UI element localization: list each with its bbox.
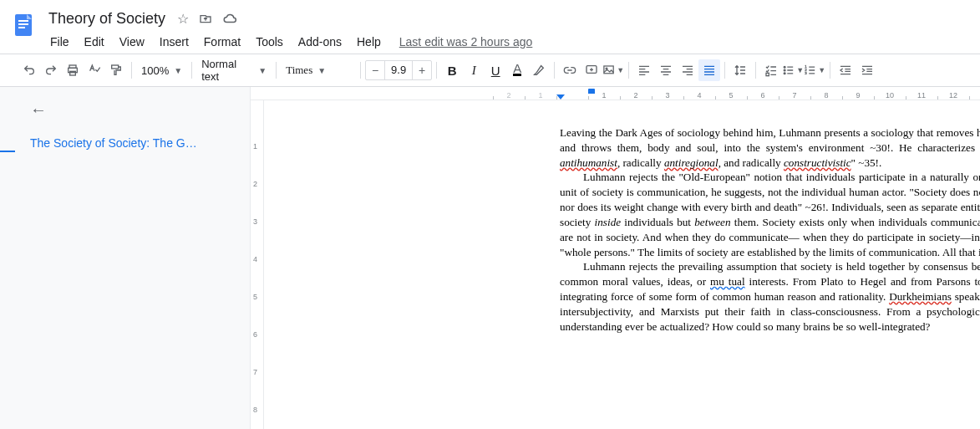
vruler-tick: 1 (253, 142, 257, 151)
svg-point-13 (784, 69, 785, 71)
align-center-button[interactable] (655, 59, 677, 81)
ruler-tick: 13 (969, 91, 980, 100)
vruler-tick: 6 (253, 330, 257, 339)
spell-error[interactable]: antihumanist (560, 156, 617, 169)
docs-logo[interactable] (7, 8, 40, 42)
title-area: Theory of Society ☆ File Edit View Inser… (43, 7, 973, 52)
ruler-tick: 7 (779, 91, 810, 100)
outline-item-1[interactable]: The Society of Society: The G… (23, 136, 236, 150)
svg-rect-2 (18, 23, 28, 25)
undo-button[interactable] (18, 59, 40, 81)
italic-text: inside (595, 216, 622, 228)
body-text: , radically (617, 156, 664, 169)
svg-point-14 (784, 73, 785, 74)
highlight-button[interactable] (528, 59, 550, 81)
body-text: " ~35!. (851, 156, 882, 169)
ruler-tick: 12 (937, 91, 969, 100)
line-spacing-button[interactable] (729, 59, 751, 81)
vruler-tick: 4 (253, 255, 257, 263)
zoom-select[interactable]: 100%▼ (136, 59, 187, 81)
svg-text:3: 3 (805, 71, 807, 75)
ruler-tick: 3 (652, 91, 683, 100)
svg-rect-11 (766, 73, 769, 75)
body-text: , and radically (718, 156, 784, 169)
ruler-tick: 11 (906, 91, 937, 100)
svg-point-12 (784, 66, 785, 68)
font-size-decrease[interactable]: − (366, 64, 384, 77)
menu-insert[interactable]: Insert (153, 33, 195, 50)
menu-addons[interactable]: Add-ons (292, 33, 348, 50)
align-right-button[interactable] (677, 59, 698, 81)
spell-error[interactable]: Durkheimians (889, 290, 952, 303)
underline-button[interactable]: U (485, 59, 506, 81)
indent-marker-first-line[interactable] (588, 89, 595, 94)
align-left-button[interactable] (633, 59, 655, 81)
horizontal-ruler[interactable]: 2 1 1 2 3 4 5 6 7 8 9 10 11 12 13 (251, 87, 980, 100)
ruler-tick: 9 (842, 91, 874, 100)
menu-bar: File Edit View Insert Format Tools Add-o… (43, 32, 973, 52)
cloud-icon[interactable] (222, 11, 237, 26)
move-icon[interactable] (199, 12, 212, 25)
page[interactable]: Leaving the Dark Ages of sociology behin… (493, 100, 980, 342)
star-icon[interactable]: ☆ (177, 11, 189, 27)
spell-error[interactable]: constructivistic (784, 156, 851, 169)
bold-button[interactable]: B (441, 59, 463, 81)
redo-button[interactable] (40, 59, 62, 81)
menu-help[interactable]: Help (350, 33, 388, 50)
spell-error[interactable]: antiregional (664, 156, 718, 169)
indent-increase-button[interactable] (856, 59, 878, 81)
font-size-increase[interactable]: + (413, 64, 431, 77)
vruler-tick: 5 (253, 293, 257, 301)
vruler-tick: 7 (253, 368, 257, 376)
menu-edit[interactable]: Edit (78, 33, 111, 50)
menu-file[interactable]: File (43, 33, 76, 50)
text-color-button[interactable]: A (506, 59, 528, 81)
indent-decrease-button[interactable] (835, 59, 856, 81)
vruler-tick: 2 (253, 180, 257, 188)
style-select[interactable]: Normal text▼ (196, 59, 272, 81)
ruler-tick: 1 (525, 91, 556, 100)
bullet-list-button[interactable]: ▼ (782, 59, 804, 81)
menu-format[interactable]: Format (197, 33, 247, 50)
document-area: 2 1 1 2 3 4 5 6 7 8 9 10 11 12 13 1 (251, 87, 980, 429)
ruler-tick: 8 (810, 91, 842, 100)
align-justify-button[interactable] (698, 59, 720, 81)
image-button[interactable]: ▼ (602, 59, 624, 81)
vruler-tick: 8 (253, 406, 257, 414)
toolbar: 100%▼ Normal text▼ Times▼ − 9.9 + B I U … (0, 54, 980, 87)
checklist-button[interactable] (760, 59, 782, 81)
print-button[interactable] (62, 59, 84, 81)
font-size-input[interactable]: 9.9 (384, 61, 413, 79)
menu-view[interactable]: View (113, 33, 151, 50)
comment-button[interactable] (581, 59, 602, 81)
spellcheck-button[interactable] (84, 59, 105, 81)
link-button[interactable] (559, 59, 581, 81)
indent-marker-left[interactable] (556, 94, 565, 100)
page-text[interactable]: Leaving the Dark Ages of sociology behin… (493, 100, 980, 342)
outline-active-marker (0, 151, 15, 152)
ruler-tick: 6 (747, 91, 779, 100)
ruler-tick: 5 (715, 91, 747, 100)
font-size-group: − 9.9 + (365, 60, 432, 80)
italic-text: between (694, 216, 730, 228)
body-text: individuals but (621, 216, 694, 228)
svg-rect-1 (18, 20, 28, 22)
body-text: Leaving the Dark Ages of sociology behin… (560, 126, 980, 154)
outline-back-button[interactable]: ← (30, 100, 236, 120)
font-select[interactable]: Times▼ (281, 59, 356, 81)
ruler-tick: 10 (874, 91, 906, 100)
svg-rect-3 (18, 27, 25, 28)
last-edit-link[interactable]: Last edit was 2 hours ago (399, 35, 533, 49)
vruler-tick: 3 (253, 217, 257, 226)
menu-tools[interactable]: Tools (249, 33, 290, 50)
svg-rect-7 (112, 65, 119, 69)
header: Theory of Society ☆ File Edit View Inser… (0, 0, 980, 54)
grammar-error[interactable]: mu tual (710, 275, 745, 288)
italic-button[interactable]: I (463, 59, 485, 81)
outline-panel: ← The Society of Society: The G… (0, 87, 251, 429)
document-title[interactable]: Theory of Society (43, 10, 170, 28)
numbered-list-button[interactable]: 123▼ (804, 59, 825, 81)
paint-format-button[interactable] (105, 59, 127, 81)
vertical-ruler[interactable]: 1 2 3 4 5 6 7 8 9 (251, 100, 264, 429)
ruler-tick: 2 (493, 91, 525, 100)
